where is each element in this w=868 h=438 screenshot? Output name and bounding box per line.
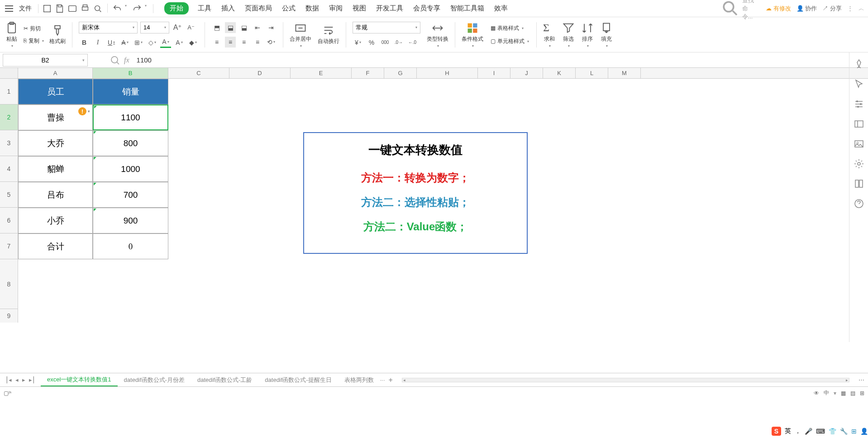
preview-icon[interactable] (93, 4, 103, 14)
currency-icon[interactable]: ¥▾ (353, 37, 363, 48)
sheet-tab-3[interactable]: datedif函数公式-提醒生日 (258, 374, 338, 386)
paste-button[interactable]: 粘贴▾ (5, 22, 18, 48)
file-menu[interactable]: 文件 (16, 5, 34, 13)
underline-button[interactable]: U▾ (106, 37, 117, 48)
borders-button[interactable]: ⊞▾ (133, 37, 144, 48)
cut-button[interactable]: ✂剪切 (23, 24, 45, 33)
view-normal-icon[interactable]: ▦ (841, 390, 846, 396)
tab-member[interactable]: 会员专享 (412, 2, 441, 14)
sheet-tab-2[interactable]: datedif函数公式-工龄 (191, 374, 258, 386)
settings-slider-icon[interactable] (854, 99, 864, 110)
orientation-icon[interactable]: ⟲▾ (266, 37, 277, 48)
cell-style-button[interactable]: ▢单元格样式▾ (490, 37, 530, 46)
number-format-selector[interactable]: 常规▾ (353, 22, 420, 33)
first-sheet-icon[interactable]: ⎮◂ (5, 376, 12, 383)
tab-start[interactable]: 开始 (164, 2, 189, 14)
font-color-button[interactable]: A▾ (160, 37, 171, 48)
more-icon[interactable]: ⋮ (847, 5, 853, 12)
strikethrough-button[interactable]: A▾ (119, 37, 130, 48)
italic-button[interactable]: I (92, 37, 103, 48)
tab-efficiency[interactable]: 效率 (493, 2, 509, 14)
command-search[interactable]: 查找命令... (717, 0, 760, 22)
col-header-H[interactable]: H (417, 68, 478, 78)
col-header-E[interactable]: E (291, 68, 352, 78)
col-header-D[interactable]: D (229, 68, 291, 78)
increase-font-icon[interactable]: A⁺ (172, 22, 183, 33)
hamburger-icon[interactable] (4, 3, 14, 14)
col-header-C[interactable]: C (168, 68, 229, 78)
font-size-selector[interactable]: 14▾ (140, 22, 169, 33)
tab-dev[interactable]: 开发工具 (375, 2, 404, 14)
col-header-L[interactable]: L (576, 68, 608, 78)
horizontal-scrollbar[interactable]: ◂ ▸ (402, 378, 849, 382)
sheet-menu-icon[interactable]: ⋯ (855, 376, 868, 383)
collab-button[interactable]: 👤 协作 (796, 5, 817, 13)
increase-decimal-icon[interactable]: .0→ (393, 37, 404, 48)
cell-A7[interactable]: 合计 (18, 233, 93, 259)
merge-button[interactable]: 合并居中▾ (290, 22, 311, 48)
sort-button[interactable]: 排序▾ (581, 22, 594, 48)
keyboard-icon[interactable]: ⌨ (816, 428, 825, 435)
redo-icon[interactable] (132, 4, 142, 14)
changes-indicator[interactable]: ☁ 有修改 (766, 5, 791, 13)
next-sheet-icon[interactable]: ▸ (22, 376, 25, 383)
tab-data[interactable]: 数据 (305, 2, 320, 14)
tab-review[interactable]: 审阅 (328, 2, 343, 14)
col-header-K[interactable]: K (543, 68, 576, 78)
row-header-9[interactable]: 9 (0, 309, 18, 323)
view-layout-icon[interactable]: ⊞ (860, 390, 864, 396)
toolbox-icon[interactable]: 🔧 (840, 428, 848, 435)
tab-tools[interactable]: 工具 (197, 2, 212, 14)
tip-textbox[interactable]: 一键文本转换数值 方法一：转换为数字； 方法二：选择性粘贴； 方法二：Value… (303, 132, 528, 254)
align-center-icon[interactable]: ≡ (225, 37, 236, 48)
col-header-G[interactable]: G (384, 68, 417, 78)
lang-indicator[interactable]: 英 (785, 427, 791, 435)
cell-A4[interactable]: 貂蝉 (18, 156, 93, 182)
prev-sheet-icon[interactable]: ◂ (15, 376, 19, 383)
cell-A6[interactable]: 小乔 (18, 208, 93, 233)
align-top-icon[interactable]: ⬒ (211, 22, 222, 33)
status-icon[interactable]: ▢ᴶˢ (4, 390, 11, 396)
decrease-indent-icon[interactable]: ⇤ (252, 22, 263, 33)
justify-icon[interactable]: ≡ (252, 37, 263, 48)
font-selector[interactable]: 新宋体▾ (79, 22, 138, 33)
rocket-icon[interactable] (854, 59, 864, 70)
row-header-4[interactable]: 4 (0, 156, 18, 182)
namebox-dropdown-icon[interactable]: ▾ (82, 58, 85, 62)
error-dropdown-icon[interactable]: ▾ (88, 109, 90, 114)
save-icon[interactable] (55, 4, 65, 14)
sheet-tab-4[interactable]: 表格两列数 (338, 374, 380, 386)
gear-icon[interactable] (854, 158, 864, 169)
col-header-I[interactable]: I (478, 68, 510, 78)
undo-dropdown[interactable]: ▾ (125, 4, 129, 14)
tab-layout[interactable]: 页面布局 (244, 2, 273, 14)
increase-indent-icon[interactable]: ⇥ (266, 22, 277, 33)
align-left-icon[interactable]: ≡ (211, 37, 222, 48)
cell-B6[interactable]: 900 (93, 208, 168, 233)
grid-apps-icon[interactable]: ⊞ (851, 428, 857, 435)
col-header-B[interactable]: B (93, 68, 168, 78)
col-header-A[interactable]: A (18, 68, 93, 78)
align-right-icon[interactable]: ≡ (238, 37, 249, 48)
row-header-3[interactable]: 3 (0, 130, 18, 156)
row-header-6[interactable]: 6 (0, 208, 18, 233)
cell-A1[interactable]: 员工 (18, 79, 93, 105)
row-header-1[interactable]: 1 (0, 79, 18, 105)
book-icon[interactable] (854, 178, 864, 189)
copy-button[interactable]: ⎘复制▾ (23, 36, 45, 46)
undo-icon[interactable] (112, 4, 122, 14)
sheet-more-icon[interactable]: ··· (380, 376, 385, 383)
zoom-toggle-icon[interactable] (110, 55, 120, 66)
cell-B2[interactable]: 1100 (93, 105, 168, 130)
align-bottom-icon[interactable]: ⬓ (238, 22, 249, 33)
redo-dropdown[interactable]: ▾ (145, 4, 149, 14)
sheet-tab-1[interactable]: datedif函数公式-月份差 (118, 374, 191, 386)
cell-B7[interactable]: 0 (93, 233, 168, 259)
help-icon[interactable] (854, 198, 864, 209)
view-page-icon[interactable]: ▤ (850, 390, 855, 396)
cell-B4[interactable]: 1000 (93, 156, 168, 182)
name-box[interactable]: B2 ▾ (3, 54, 88, 67)
table-style-button[interactable]: ▦表格样式▾ (490, 24, 530, 33)
wrap-button[interactable]: 自动换行 (318, 24, 339, 45)
user-icon[interactable]: 👤 (860, 428, 868, 435)
